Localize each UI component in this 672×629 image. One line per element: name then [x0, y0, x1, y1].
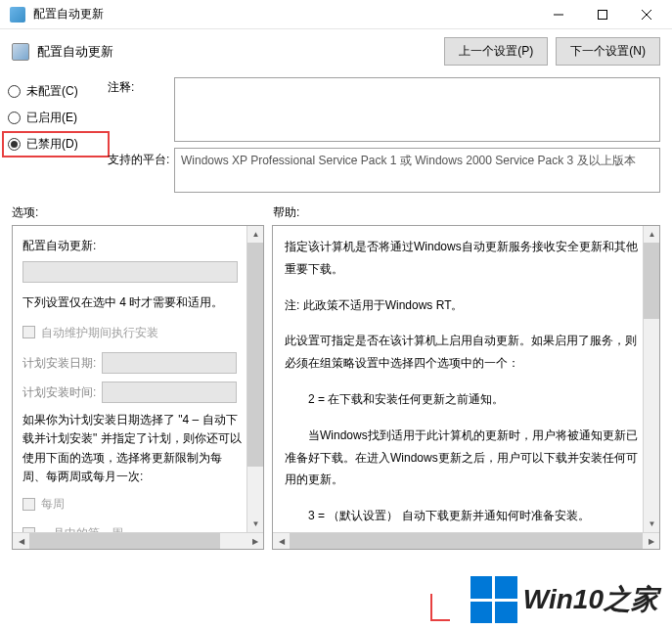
supported-platform-field[interactable]: Windows XP Professional Service Pack 1 或…: [174, 148, 660, 193]
watermark-text: Win10之家: [523, 581, 658, 618]
radio-disabled[interactable]: 已禁用(D): [2, 131, 110, 157]
schedule-time-label: 计划安装时间:: [22, 382, 96, 402]
titlebar: 配置自动更新: [0, 0, 672, 29]
radio-label: 未配置(C): [26, 83, 78, 100]
scroll-left-icon[interactable]: ◀: [273, 533, 290, 550]
checkbox-icon: [22, 498, 35, 511]
help-vertical-scrollbar[interactable]: ▲ ▼: [643, 226, 659, 532]
watermark: Win10之家: [470, 576, 658, 623]
schedule-date-select[interactable]: [102, 352, 237, 374]
help-text: 指定该计算机是否将通过Windows自动更新服务接收安全更新和其他重要下载。: [285, 236, 638, 281]
radio-not-configured[interactable]: 未配置(C): [8, 83, 104, 100]
options-content: 配置自动更新: 下列设置仅在选中 4 时才需要和适用。 自动维护期间执行安装 计…: [13, 226, 263, 532]
page-title: 配置自动更新: [37, 43, 436, 61]
options-title: 配置自动更新:: [22, 236, 244, 255]
policy-icon: [12, 43, 29, 61]
help-text: 注: 此政策不适用于Windows RT。: [285, 294, 638, 317]
windows-logo-icon: [470, 576, 517, 623]
schedule-time-row: 计划安装时间:: [22, 382, 244, 403]
svg-rect-1: [598, 10, 606, 19]
previous-setting-button[interactable]: 上一个设置(P): [444, 37, 548, 66]
app-icon: [10, 7, 25, 22]
checkbox-label: 自动维护期间执行安装: [41, 323, 158, 342]
options-note: 下列设置仅在选中 4 时才需要和适用。: [22, 292, 244, 312]
help-panel: 指定该计算机是否将通过Windows自动更新服务接收安全更新和其他重要下载。 注…: [272, 225, 660, 550]
radio-group: 未配置(C) 已启用(E) 已禁用(D): [8, 77, 104, 193]
close-button[interactable]: [624, 1, 668, 28]
window-controls: [536, 1, 668, 28]
checkbox-label: 一月中的第一周: [41, 523, 123, 532]
annotation-bracket: [430, 594, 450, 621]
options-panel: 配置自动更新: 下列设置仅在选中 4 时才需要和适用。 自动维护期间执行安装 计…: [12, 225, 264, 550]
next-setting-button[interactable]: 下一个设置(N): [556, 37, 660, 66]
maximize-button[interactable]: [580, 1, 624, 28]
comment-field[interactable]: [174, 77, 660, 142]
options-header: 选项:: [12, 204, 273, 221]
radio-label: 已禁用(D): [26, 136, 78, 153]
schedule-description: 如果你为计划安装日期选择了 "4 – 自动下载并计划安装" 并指定了计划，则你还…: [22, 411, 244, 486]
scroll-down-icon[interactable]: ▼: [644, 516, 660, 532]
schedule-time-select[interactable]: [102, 382, 237, 403]
checkbox-icon: [22, 326, 35, 338]
maintenance-checkbox[interactable]: 自动维护期间执行安装: [22, 323, 244, 342]
config-section: 未配置(C) 已启用(E) 已禁用(D) 注释: 支持的平台: Windows …: [0, 73, 672, 197]
checkbox-label: 每周: [41, 494, 65, 514]
first-week-checkbox[interactable]: 一月中的第一周: [22, 523, 244, 532]
radio-enabled[interactable]: 已启用(E): [8, 110, 104, 126]
platform-label: 支持的平台:: [108, 138, 170, 168]
help-text: 3 = （默认设置） 自动下载更新并通知何时准备安装。: [285, 505, 638, 527]
radio-label: 已启用(E): [26, 110, 77, 126]
scroll-right-icon[interactable]: ▶: [643, 533, 659, 550]
window-title: 配置自动更新: [33, 6, 536, 22]
minimize-button[interactable]: [536, 1, 580, 28]
help-horizontal-scrollbar[interactable]: ◀ ▶: [273, 532, 659, 549]
help-content: 指定该计算机是否将通过Windows自动更新服务接收安全更新和其他重要下载。 注…: [273, 226, 659, 532]
schedule-date-row: 计划安装日期:: [22, 352, 244, 374]
comment-label: 注释:: [108, 79, 170, 138]
scroll-down-icon[interactable]: ▼: [247, 516, 264, 532]
scroll-right-icon[interactable]: ▶: [246, 533, 263, 550]
help-header: 帮助:: [273, 204, 299, 221]
scroll-left-icon[interactable]: ◀: [13, 533, 29, 550]
header: 配置自动更新 上一个设置(P) 下一个设置(N): [0, 29, 672, 73]
panels: 配置自动更新: 下列设置仅在选中 4 时才需要和适用。 自动维护期间执行安装 计…: [0, 225, 672, 550]
field-labels: 注释: 支持的平台:: [108, 77, 170, 193]
scroll-up-icon[interactable]: ▲: [644, 226, 660, 243]
field-values: Windows XP Professional Service Pack 1 或…: [174, 77, 660, 193]
radio-icon: [8, 85, 21, 98]
options-vertical-scrollbar[interactable]: ▲ ▼: [246, 226, 263, 532]
radio-icon: [8, 112, 21, 124]
schedule-date-label: 计划安装日期:: [22, 353, 96, 373]
section-headers: 选项: 帮助:: [0, 197, 672, 225]
help-text: 当Windows找到适用于此计算机的更新时，用户将被通知更新已准备好下载。在进入…: [285, 425, 638, 491]
scroll-up-icon[interactable]: ▲: [247, 226, 264, 243]
radio-icon: [8, 138, 21, 151]
help-text: 此设置可指定是否在该计算机上启用自动更新。如果启用了服务，则必须在组策略设置中选…: [285, 330, 638, 375]
help-text: 2 = 在下载和安装任何更新之前通知。: [285, 388, 638, 411]
options-horizontal-scrollbar[interactable]: ◀ ▶: [13, 532, 263, 549]
config-select[interactable]: [22, 261, 238, 283]
weekly-checkbox[interactable]: 每周: [22, 494, 244, 514]
